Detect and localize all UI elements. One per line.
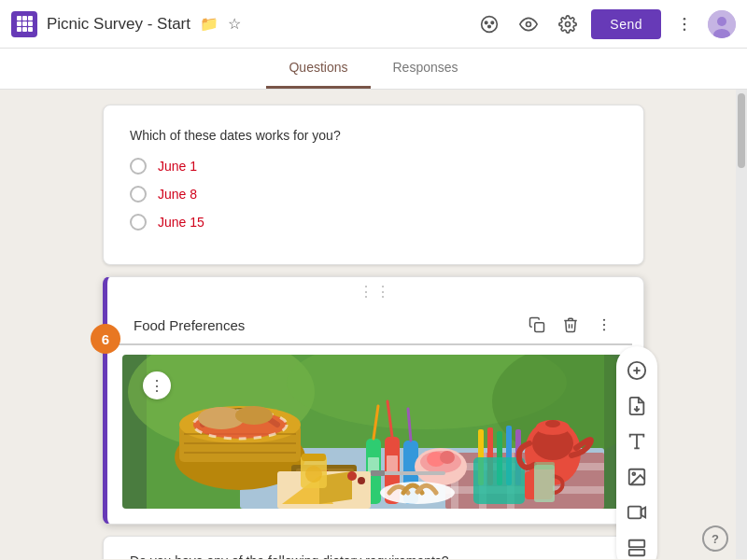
doc-title: Picnic Survey - Start: [47, 15, 190, 34]
drag-handle[interactable]: ⋮⋮: [107, 277, 643, 302]
tab-responses[interactable]: Responses: [371, 49, 481, 89]
svg-point-0: [482, 16, 498, 32]
star-icon[interactable]: ☆: [228, 15, 241, 33]
right-toolbar: [616, 346, 657, 559]
settings-icon[interactable]: [552, 8, 584, 40]
send-button[interactable]: Send: [591, 9, 661, 39]
radio-june1[interactable]: [130, 158, 147, 175]
import-questions-icon[interactable]: [620, 389, 654, 423]
svg-rect-90: [629, 540, 645, 547]
radio-june8[interactable]: [130, 186, 147, 203]
topbar-icons: Send: [473, 8, 736, 40]
option-june8[interactable]: June 8: [130, 186, 617, 203]
dietary-question-card: Do you have any of the following dietary…: [103, 536, 644, 559]
folder-icon[interactable]: 📁: [200, 15, 218, 33]
svg-point-36: [235, 406, 273, 425]
topbar: Picnic Survey - Start 📁 ☆ Send: [0, 0, 747, 49]
svg-point-7: [684, 22, 686, 25]
svg-point-13: [603, 319, 605, 321]
date-question-text: Which of these dates works for you?: [130, 128, 617, 143]
tab-questions[interactable]: Questions: [266, 49, 370, 89]
add-video-icon[interactable]: [620, 496, 654, 529]
svg-point-1: [486, 21, 488, 23]
option-june15-label: June 15: [158, 215, 204, 230]
option-june15[interactable]: June 15: [130, 214, 617, 231]
svg-rect-12: [535, 323, 544, 332]
add-circle-icon[interactable]: [620, 354, 654, 387]
svg-point-75: [305, 466, 322, 483]
svg-point-15: [603, 329, 605, 330]
tabs-bar: Questions Responses: [0, 49, 747, 90]
svg-point-5: [566, 21, 571, 26]
image-overlay-menu[interactable]: ⋮: [143, 371, 171, 399]
svg-point-10: [717, 17, 726, 26]
svg-rect-77: [534, 462, 555, 469]
option-june8-label: June 8: [158, 187, 197, 202]
svg-point-8: [684, 28, 686, 31]
card-number-badge: 6: [91, 324, 120, 354]
more-options-icon[interactable]: [591, 312, 617, 338]
card-title-input[interactable]: [134, 317, 524, 333]
svg-rect-61: [473, 457, 525, 504]
duplicate-icon[interactable]: [524, 312, 550, 338]
svg-marker-89: [641, 508, 646, 518]
svg-point-65: [545, 420, 560, 427]
add-image-icon[interactable]: [620, 460, 654, 494]
topbar-left: Picnic Survey - Start 📁 ☆: [11, 11, 473, 37]
picnic-image-container: ⋮: [122, 355, 628, 509]
scrollbar-thumb[interactable]: [738, 93, 745, 168]
app-icon: [11, 11, 37, 37]
scrollbar[interactable]: [736, 90, 747, 559]
svg-point-3: [488, 25, 491, 28]
food-preferences-card: 6 ⋮⋮: [103, 276, 644, 525]
delete-icon[interactable]: [557, 312, 584, 338]
help-icon[interactable]: ?: [702, 525, 728, 552]
svg-rect-76: [534, 465, 555, 502]
card-header: [119, 302, 632, 345]
add-title-icon[interactable]: [620, 425, 654, 458]
picnic-image-svg: [122, 355, 628, 509]
svg-rect-74: [302, 454, 326, 461]
add-section-icon[interactable]: [620, 531, 654, 559]
radio-june15[interactable]: [130, 214, 147, 231]
svg-point-87: [632, 472, 635, 475]
option-june1-label: June 1: [158, 159, 197, 174]
avatar[interactable]: [708, 10, 736, 38]
svg-rect-91: [629, 550, 645, 555]
palette-icon[interactable]: [473, 8, 505, 40]
svg-point-70: [347, 471, 357, 481]
svg-point-55: [440, 451, 455, 464]
svg-point-6: [684, 17, 686, 20]
main-content: Which of these dates works for you? June…: [0, 90, 747, 559]
svg-point-4: [527, 21, 531, 26]
svg-rect-79: [371, 470, 385, 476]
image-area: ⋮: [107, 345, 643, 524]
date-question-card: Which of these dates works for you? June…: [103, 105, 644, 265]
svg-point-14: [603, 324, 605, 326]
svg-point-2: [491, 21, 494, 23]
svg-point-71: [358, 477, 365, 484]
dietary-question-text: Do you have any of the following dietary…: [130, 553, 617, 559]
more-menu-icon[interactable]: [669, 8, 700, 40]
option-june1[interactable]: June 1: [130, 158, 617, 175]
preview-icon[interactable]: [513, 8, 544, 40]
card-header-actions: [524, 312, 617, 338]
svg-rect-88: [628, 507, 641, 519]
